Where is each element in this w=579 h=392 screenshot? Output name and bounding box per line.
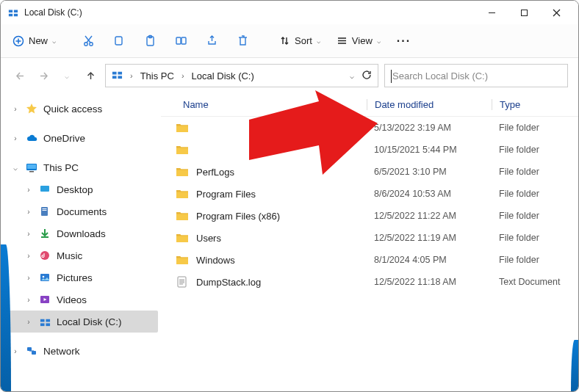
chevron-right-icon[interactable]: › [24,252,33,260]
sidebar-item-this-pc[interactable]: ⌵ This PC [4,156,158,178]
pictures-icon [38,272,51,283]
new-label: New [29,35,48,46]
sidebar-label: Pictures [57,272,93,283]
chevron-right-icon[interactable]: › [11,105,20,113]
svg-rect-19 [181,37,186,44]
more-button[interactable]: ··· [389,35,418,48]
sidebar-item-quick-access[interactable]: › Quick access [4,98,158,120]
table-row[interactable]: 10/15/2021 5:44 PMFile folder [161,139,578,161]
chevron-right-icon[interactable]: › [24,274,33,282]
svg-rect-32 [43,208,47,209]
svg-rect-23 [112,72,117,75]
address-bar[interactable]: › This PC › Local Disk (C:) ⌵ [105,64,378,87]
table-row[interactable]: Program Files (x86)12/5/2022 11:22 AMFil… [161,205,578,227]
chevron-right-icon[interactable]: › [24,296,33,304]
search-input[interactable] [391,70,561,82]
sidebar-label: Music [57,250,82,261]
address-dropdown-icon[interactable]: ⌵ [350,72,354,80]
folder-icon [176,187,189,200]
new-button[interactable]: New ⌵ [5,32,63,50]
recent-dropdown[interactable]: ⌵ [58,67,76,84]
view-button[interactable]: View ⌵ [329,32,388,49]
svg-rect-2 [9,14,12,17]
address-bar-row: ⌵ › This PC › Local Disk (C:) ⌵ [1,58,578,93]
svg-rect-28 [27,164,36,169]
file-type: File folder [492,189,578,199]
table-row[interactable]: PerfLogs6/5/2021 3:10 PMFile folder [161,161,578,183]
sidebar-item-videos[interactable]: › Videos [4,288,158,311]
music-icon [38,250,51,261]
delete-button[interactable] [228,28,257,54]
table-row[interactable]: Program Files8/6/2024 10:53 AMFile folde… [161,183,578,205]
navigation-pane: › Quick access › OneDrive ⌵ This PC › De… [1,93,161,392]
file-list-pane: Name Date modified Type 5/13/2022 3:19 A… [161,93,578,392]
view-label: View [352,35,373,46]
close-button[interactable] [540,1,572,23]
table-row[interactable]: 5/13/2022 3:19 AMFile folder [161,117,578,139]
explorer-window: Local Disk (C:) New ⌵ Sort ⌵ View [0,0,579,392]
sidebar-item-desktop[interactable]: › Desktop [4,178,158,200]
file-date: 8/1/2024 4:05 PM [367,255,492,265]
forward-button[interactable] [35,67,52,84]
chevron-right-icon[interactable]: › [24,230,33,238]
file-date: 10/15/2021 5:44 PM [367,145,492,155]
chevron-right-icon[interactable]: › [24,208,33,216]
titlebar: Local Disk (C:) [1,1,578,24]
sidebar-item-music[interactable]: › Music [4,244,158,266]
chevron-right-icon[interactable]: › [11,134,20,142]
breadcrumb-localdisk[interactable]: Local Disk (C:) [192,70,254,81]
drive-icon [112,69,123,82]
chevron-right-icon[interactable]: › [11,347,20,355]
star-icon [25,103,38,115]
sidebar-item-documents[interactable]: › Documents [4,200,158,222]
table-row[interactable]: Windows8/1/2024 4:05 PMFile folder [161,249,578,271]
network-icon [25,345,38,357]
sidebar-label: Downloads [57,228,106,239]
maximize-button[interactable] [508,1,540,23]
sidebar-item-local-disk[interactable]: › Local Disk (C:) [4,311,158,333]
chevron-down-icon[interactable]: ⌵ [11,164,20,172]
drive-icon [8,7,18,18]
copy-button[interactable] [104,28,134,54]
svg-rect-39 [46,319,50,322]
sort-button[interactable]: Sort ⌵ [272,32,328,49]
header-name[interactable]: Name [161,99,367,110]
file-name: PerfLogs [196,167,234,178]
header-type[interactable]: Type [492,99,578,110]
file-type: File folder [492,211,578,221]
chevron-right-icon[interactable]: › [24,186,33,194]
paste-button[interactable] [135,28,165,54]
header-date[interactable]: Date modified [367,99,492,110]
column-headers: Name Date modified Type [161,93,578,117]
sidebar-label: Documents [57,206,107,217]
up-button[interactable] [82,67,99,84]
documents-icon [38,206,51,217]
svg-rect-24 [118,72,122,75]
table-row[interactable]: DumpStack.log12/5/2022 11:18 AMText Docu… [161,271,578,293]
sidebar-item-onedrive[interactable]: › OneDrive [4,127,158,149]
cut-button[interactable] [73,28,103,54]
file-name: Users [196,233,221,244]
search-box[interactable] [384,64,568,87]
sidebar-item-network[interactable]: › Network [4,340,158,362]
cloud-icon [25,132,38,144]
sidebar-item-pictures[interactable]: › Pictures [4,266,158,288]
file-name: Program Files [196,189,256,200]
file-type: File folder [492,167,578,177]
chevron-right-icon[interactable]: › [24,318,33,326]
file-type: File folder [492,255,578,265]
file-date: 12/5/2022 11:18 AM [367,277,492,287]
file-date: 12/5/2022 11:19 AM [367,233,492,243]
refresh-button[interactable] [362,70,372,82]
file-date: 12/5/2022 11:22 AM [367,211,492,221]
minimize-button[interactable] [475,1,508,23]
sidebar-item-downloads[interactable]: › Downloads [4,222,158,244]
share-button[interactable] [197,28,226,54]
svg-rect-1 [14,10,18,13]
file-date: 6/5/2021 3:10 PM [367,167,492,177]
svg-point-12 [89,43,92,46]
table-row[interactable]: Users12/5/2022 11:19 AMFile folder [161,227,578,249]
breadcrumb-thispc[interactable]: This PC [140,70,174,81]
back-button[interactable] [11,67,29,84]
rename-button[interactable] [166,28,195,54]
